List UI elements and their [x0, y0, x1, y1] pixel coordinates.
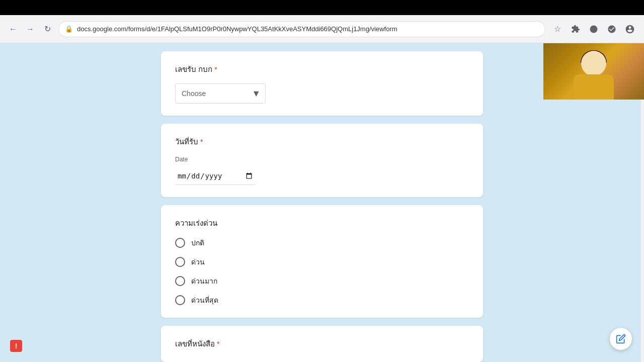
section1-required-star: *	[214, 65, 217, 73]
radio-circle-3[interactable]	[175, 276, 185, 286]
radio-label-3: ด่วนมาก	[191, 276, 217, 287]
warning-label: !	[15, 342, 18, 350]
date-input[interactable]	[175, 167, 256, 185]
svg-point-0	[590, 25, 598, 33]
section4-title: เลขที่หนังสือ *	[175, 338, 469, 350]
profile-button[interactable]	[622, 21, 638, 37]
extension-button2[interactable]	[586, 21, 602, 37]
nav-buttons: ← → ↻	[6, 22, 54, 36]
section2-title: วันที่รับ *	[175, 136, 469, 148]
radio-item-1[interactable]: ปกติ	[175, 237, 469, 248]
section1-card: เลขรับ กบก * Choose ▼	[161, 51, 483, 116]
section3-title: ความเร่งด่วน	[175, 217, 469, 229]
section2-question-text: วันที่รับ	[175, 136, 198, 148]
radio-item-3[interactable]: ด่วนมาก	[175, 276, 469, 287]
date-label: Date	[175, 156, 469, 163]
dropdown-wrapper: Choose ▼	[175, 83, 266, 104]
dropdown-select[interactable]: Choose	[175, 83, 266, 104]
back-button[interactable]: ←	[6, 22, 20, 36]
section1-question-text: เลขรับ กบก	[175, 63, 212, 75]
section3-card: ความเร่งด่วน ปกติ ด่วน ด่วนมาก ด่วนที่ส	[161, 205, 483, 318]
extension-button1[interactable]	[568, 21, 584, 37]
section1-title: เลขรับ กบก *	[175, 63, 469, 75]
main-content: เลขรับ กบก * Choose ▼ วันที่รับ * Date ค…	[0, 43, 644, 362]
section3-question-text: ความเร่งด่วน	[175, 217, 217, 229]
extension-button3[interactable]	[604, 21, 620, 37]
browser-actions: ☆	[549, 21, 638, 37]
forward-button[interactable]: →	[23, 22, 37, 36]
webcam-overlay	[543, 43, 644, 100]
radio-circle-1[interactable]	[175, 238, 185, 248]
lock-icon: 🔒	[65, 25, 73, 33]
edit-fab-button[interactable]	[610, 328, 632, 350]
radio-circle-2[interactable]	[175, 257, 185, 267]
radio-label-2: ด่วน	[191, 256, 205, 267]
section2-card: วันที่รับ * Date	[161, 124, 483, 197]
webcam-person	[543, 43, 644, 100]
top-bar	[0, 0, 644, 15]
reload-button[interactable]: ↻	[40, 22, 54, 36]
person-face	[581, 51, 606, 76]
radio-circle-4[interactable]	[175, 295, 185, 305]
form-container: เลขรับ กบก * Choose ▼ วันที่รับ * Date ค…	[161, 51, 483, 354]
radio-label-1: ปกติ	[191, 237, 204, 248]
pencil-icon	[616, 334, 626, 344]
radio-item-4[interactable]: ด่วนที่สุด	[175, 295, 469, 306]
radio-label-4: ด่วนที่สุด	[191, 295, 218, 306]
section4-card: เลขที่หนังสือ *	[161, 326, 483, 362]
section2-required-star: *	[200, 138, 203, 146]
address-bar[interactable]: 🔒 docs.google.com/forms/d/e/1FAlpQLSfuM1…	[58, 21, 545, 37]
radio-item-2[interactable]: ด่วน	[175, 256, 469, 267]
section4-question-text: เลขที่หนังสือ	[175, 338, 215, 350]
section4-required-star: *	[217, 340, 219, 348]
person-body	[574, 74, 614, 100]
radio-group: ปกติ ด่วน ด่วนมาก ด่วนที่สุด	[175, 237, 469, 306]
bookmark-button[interactable]: ☆	[549, 21, 566, 37]
warning-icon: !	[10, 340, 22, 352]
url-text: docs.google.com/forms/d/e/1FAlpQLSfuM1O9…	[77, 25, 539, 33]
browser-bar: ← → ↻ 🔒 docs.google.com/forms/d/e/1FAlpQ…	[0, 15, 644, 43]
